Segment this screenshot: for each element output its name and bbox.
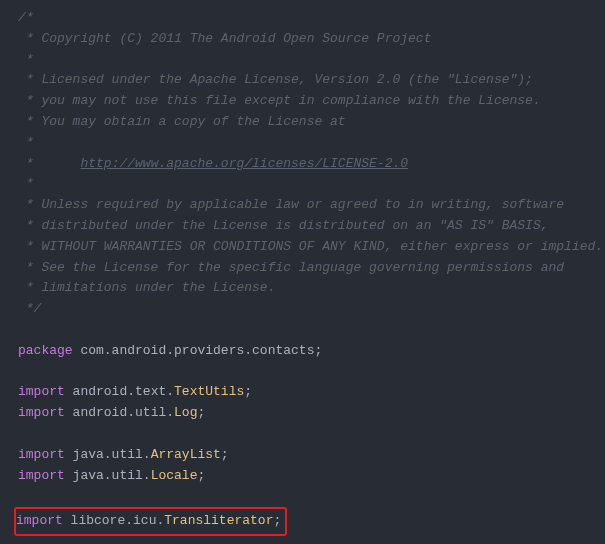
import-statement: import java.util.Locale; (18, 466, 605, 487)
blank-line (18, 362, 605, 383)
comment-line: * (18, 174, 605, 195)
blank-line (18, 486, 605, 507)
comment-line: /* (18, 8, 605, 29)
comment-line: * you may not use this file except in co… (18, 91, 605, 112)
comment-line: * WITHOUT WARRANTIES OR CONDITIONS OF AN… (18, 237, 605, 258)
import-statement: import android.text.TextUtils; (18, 382, 605, 403)
blank-line (18, 424, 605, 445)
comment-line: * See the License for the specific langu… (18, 258, 605, 279)
highlight-box: import libcore.icu.Transliterator; (14, 507, 287, 536)
comment-line: * limitations under the License. (18, 278, 605, 299)
code-block: /* * Copyright (C) 2011 The Android Open… (0, 0, 605, 544)
highlighted-import: import libcore.icu.Transliterator; (18, 507, 605, 536)
comment-line: * You may obtain a copy of the License a… (18, 112, 605, 133)
comment-line: * (18, 50, 605, 71)
blank-line (18, 320, 605, 341)
comment-line: * Copyright (C) 2011 The Android Open So… (18, 29, 605, 50)
comment-line: * http://www.apache.org/licenses/LICENSE… (18, 154, 605, 175)
comment-line: * Unless required by applicable law or a… (18, 195, 605, 216)
package-declaration: package com.android.providers.contacts; (18, 341, 605, 362)
import-statement: import android.util.Log; (18, 403, 605, 424)
license-url: http://www.apache.org/licenses/LICENSE-2… (80, 156, 408, 171)
comment-line: */ (18, 299, 605, 320)
comment-line: * Licensed under the Apache License, Ver… (18, 70, 605, 91)
comment-line: * distributed under the License is distr… (18, 216, 605, 237)
import-statement: import java.util.ArrayList; (18, 445, 605, 466)
comment-line: * (18, 133, 605, 154)
